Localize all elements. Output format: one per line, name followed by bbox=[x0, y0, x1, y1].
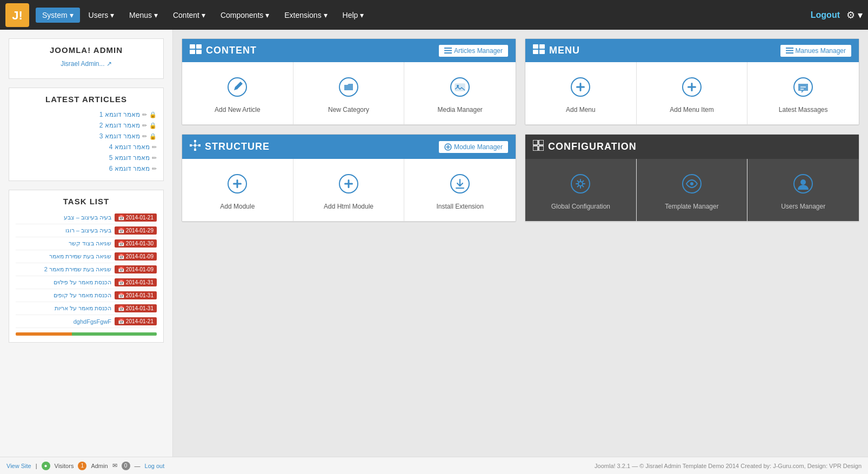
panel-item-install-extension[interactable]: Install Extension bbox=[404, 159, 516, 222]
chat-icon bbox=[793, 77, 813, 102]
svg-rect-47 bbox=[533, 146, 538, 151]
nav-system[interactable]: System ▾ bbox=[36, 8, 80, 23]
task-label[interactable]: שגיאה בצוד קשר bbox=[16, 240, 111, 247]
plus-circle-icon bbox=[339, 174, 358, 198]
task-list-title: TASK LIST bbox=[16, 197, 157, 206]
admin-count-badge: 1 bbox=[78, 462, 86, 470]
article-item[interactable]: 🔒✏מאמר דוגמא 3 bbox=[16, 131, 157, 142]
panel-item-users-manager[interactable]: Users Manager bbox=[747, 159, 859, 222]
structure-panel-header: STRUCTURE Module Manager bbox=[182, 135, 516, 159]
menus-manager-button[interactable]: Manues Manager bbox=[780, 45, 851, 57]
article-label: מאמר דוגמא 1 bbox=[99, 111, 140, 118]
svg-rect-32 bbox=[195, 142, 196, 144]
svg-rect-17 bbox=[539, 50, 545, 54]
lock-icon: 🔒 bbox=[149, 133, 157, 140]
svg-point-52 bbox=[690, 182, 693, 185]
nav-users[interactable]: Users ▾ bbox=[82, 8, 121, 23]
panel-item-label: Add Menu Item bbox=[670, 106, 713, 114]
configuration-panel-body: Global ConfigurationTemplate ManagerUser… bbox=[525, 159, 859, 222]
task-label[interactable]: dghdFgsFgwF bbox=[16, 318, 111, 325]
panel-item-label: Install Extension bbox=[436, 203, 483, 210]
plus-circle-icon bbox=[682, 77, 702, 102]
task-label[interactable]: שגיאה בעת שמירת מאמר 2 bbox=[16, 266, 111, 273]
task-label[interactable]: הכנסת מאמר על קופים bbox=[16, 292, 111, 299]
panel-item-add-new-article[interactable]: Add New Article bbox=[182, 62, 293, 125]
panel-item-global-configuration[interactable]: Global Configuration bbox=[525, 159, 637, 222]
navbar-right: Logout ⚙ ▾ bbox=[811, 9, 863, 21]
panel-item-add-menu-item[interactable]: Add Menu Item bbox=[637, 62, 748, 125]
svg-point-49 bbox=[571, 175, 590, 193]
logout-link[interactable]: Log out bbox=[145, 463, 165, 469]
download-icon bbox=[450, 174, 470, 198]
article-label: מאמר דוגמא 6 bbox=[109, 165, 150, 172]
svg-rect-23 bbox=[576, 86, 585, 88]
lock-icon: 🔒 bbox=[149, 111, 157, 118]
svg-text:J!: J! bbox=[12, 9, 23, 22]
panel-item-add-html-module[interactable]: Add Html Module bbox=[293, 159, 405, 222]
panel-item-label: Global Configuration bbox=[551, 203, 610, 210]
articles-manager-button[interactable]: Articles Manager bbox=[439, 45, 508, 57]
pencil-icon bbox=[228, 77, 247, 102]
task-item: שגיאה בעת שמירת מאמר 2📅 2014-01-09 bbox=[16, 263, 157, 276]
admin-title: JOOMLA! ADMIN bbox=[16, 45, 157, 55]
panel-item-label: Add New Article bbox=[215, 106, 261, 114]
logout-button[interactable]: Logout bbox=[811, 10, 840, 20]
nav-content[interactable]: Content ▾ bbox=[166, 8, 212, 23]
article-list: 🔒✏מאמר דוגמא 1🔒✏מאמר דוגמא 2🔒✏מאמר דוגמא… bbox=[16, 109, 157, 174]
admin-subtitle[interactable]: Jisrael Admin... ↗ bbox=[16, 60, 157, 68]
nav-help[interactable]: Help ▾ bbox=[336, 8, 371, 23]
panel-item-label: Latest Massages bbox=[779, 106, 828, 114]
lock-icon: 🔒 bbox=[149, 122, 157, 129]
configuration-icon bbox=[533, 140, 544, 153]
configuration-panel: CONFIGURATION Global ConfigurationTempla… bbox=[525, 134, 859, 222]
article-item[interactable]: ✏מאמר דוגמא 6 bbox=[16, 163, 157, 174]
edit-icon: ✏ bbox=[142, 122, 147, 129]
edit-icon: ✏ bbox=[142, 111, 147, 118]
svg-rect-16 bbox=[533, 50, 538, 54]
task-item: בעיה בעיצוב – רוגו📅 2014-01-29 bbox=[16, 224, 157, 237]
visitors-label: Visitors bbox=[55, 463, 74, 469]
article-item[interactable]: ✏מאמר דוגמא 4 bbox=[16, 142, 157, 152]
panel-item-media-manager[interactable]: Media Manager bbox=[404, 62, 516, 125]
joomla-logo: J! bbox=[5, 3, 29, 27]
statusbar: View Site | ● Visitors 1 Admin ✉ 0 — Log… bbox=[0, 457, 868, 474]
task-label[interactable]: בעיה בעיצוב – רוגו bbox=[16, 227, 111, 234]
view-site-link[interactable]: View Site bbox=[6, 463, 31, 469]
svg-rect-42 bbox=[344, 183, 353, 185]
task-date: 📅 2014-01-31 bbox=[115, 304, 157, 312]
structure-panel-body: Add ModuleAdd Html ModuleInstall Extensi… bbox=[182, 159, 516, 222]
panel-item-template-manager[interactable]: Template Manager bbox=[637, 159, 748, 222]
panel-item-label: Add Module bbox=[220, 203, 255, 210]
edit-icon: ✏ bbox=[152, 165, 157, 172]
task-item: שגיאה בעת שמירת מאמר📅 2014-01-09 bbox=[16, 250, 157, 263]
content-panel-title: CONTENT bbox=[190, 44, 257, 57]
panel-item-latest-massages[interactable]: Latest Massages bbox=[747, 62, 859, 125]
article-item[interactable]: 🔒✏מאמר דוגמא 2 bbox=[16, 120, 157, 131]
task-date: 📅 2014-01-21 bbox=[115, 213, 157, 222]
task-label[interactable]: הכנסת מאמר על פילוים bbox=[16, 279, 111, 286]
menu-panel: MENU Manues Manager Add MenuAdd Menu Ite… bbox=[525, 38, 859, 125]
settings-button[interactable]: ⚙ ▾ bbox=[846, 9, 863, 21]
svg-rect-8 bbox=[444, 52, 452, 54]
plus-circle-icon bbox=[571, 77, 590, 102]
svg-rect-15 bbox=[539, 44, 545, 49]
task-label[interactable]: בעיה בעיצוב – צבע bbox=[16, 214, 111, 221]
user-icon bbox=[793, 174, 813, 198]
svg-rect-33 bbox=[195, 146, 196, 149]
task-item: שגיאה בצוד קשר📅 2014-01-30 bbox=[16, 237, 157, 250]
panel-item-new-category[interactable]: New Category bbox=[293, 62, 405, 125]
article-item[interactable]: ✏מאמר דוגמא 5 bbox=[16, 152, 157, 163]
task-list-section: TASK LIST בעיה בעיצוב – צבע📅 2014-01-21ב… bbox=[9, 190, 164, 343]
nav-menus[interactable]: Menus ▾ bbox=[123, 8, 164, 23]
module-manager-button[interactable]: Module Manager bbox=[439, 141, 508, 153]
task-label[interactable]: שגיאה בעת שמירת מאמר bbox=[16, 253, 111, 260]
configuration-panel-title: CONFIGURATION bbox=[533, 140, 637, 153]
nav-components[interactable]: Components ▾ bbox=[214, 8, 276, 23]
panel-item-add-module[interactable]: Add Module bbox=[182, 159, 293, 222]
structure-panel-title: STRUCTURE bbox=[190, 140, 270, 153]
task-label[interactable]: הכנסת מאמר על אריות bbox=[16, 305, 111, 312]
nav-extensions[interactable]: Extensions ▾ bbox=[278, 8, 333, 23]
visitors-badge: ● bbox=[42, 462, 50, 470]
article-item[interactable]: 🔒✏מאמר דוגמא 1 bbox=[16, 109, 157, 120]
panel-item-add-menu[interactable]: Add Menu bbox=[525, 62, 637, 125]
